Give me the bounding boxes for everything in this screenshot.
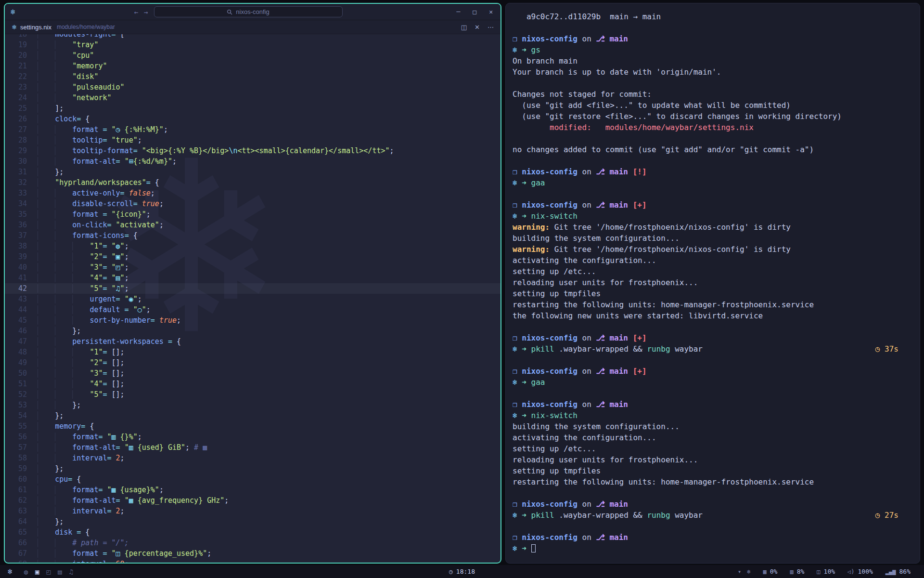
line-number: 57 (5, 442, 35, 453)
code-line: 25 ]; (5, 103, 500, 114)
line-number: 36 (5, 220, 35, 230)
terminal-line: ❐ nixos-config on ⎇ main [+] (513, 199, 910, 210)
close-button[interactable]: ✕ (489, 8, 493, 15)
terminal-cursor (531, 544, 536, 552)
terminal-line: reloading user units for frostphoenix... (513, 454, 910, 465)
terminal-line: On branch main (513, 55, 910, 66)
line-number: 55 (5, 421, 35, 432)
code-line: 52 "5"= []; (5, 389, 500, 400)
terminal-line: setting up /etc... (513, 266, 910, 277)
code-line: 35 format = "{icon}"; (5, 209, 500, 220)
code-line: 64 }; (5, 516, 500, 527)
code-line: 49 "2"= []; (5, 357, 500, 368)
workspace-4[interactable]: ▤ (58, 568, 62, 576)
code-line: 36 on-click= "activate"; (5, 220, 500, 230)
volume-module[interactable]: ◁)100% (847, 568, 873, 575)
minimize-button[interactable]: ─ (457, 8, 461, 15)
code-line: 53 }; (5, 400, 500, 410)
terminal-line: activating the configuration... (513, 432, 910, 443)
workspaces: ◍▣◰▤♫ (24, 568, 73, 576)
cpu-module[interactable]: ▦0% (763, 568, 778, 575)
terminal-line (513, 388, 910, 399)
memory-module[interactable]: ▥8% (790, 568, 804, 575)
terminal-window[interactable]: a9c0c72..d11029b main → main❐ nixos-conf… (505, 3, 920, 564)
editor-titlebar: ❄ ← → nixos-config ─ □ ✕ (5, 4, 500, 20)
line-number: 30 (5, 156, 35, 167)
tab-filename: settings.nix (20, 24, 51, 31)
cpu-value: 0% (770, 568, 778, 575)
terminal-line (513, 22, 910, 33)
window-controls: ─ □ ✕ (457, 8, 500, 15)
bar-modules: ▦0%▥8%◫10%◁)100%▂▄▆86% (763, 568, 911, 575)
volume-value: 100% (858, 568, 873, 575)
clock-time: 18:18 (456, 568, 475, 575)
line-number: 25 (5, 103, 35, 114)
terminal-line: ❄ ➜ gaa (513, 177, 910, 188)
terminal-line (513, 321, 910, 332)
code-line: 43 urgent= "◉"; (5, 294, 500, 304)
code-line: 65 disk = { (5, 527, 500, 538)
back-button[interactable]: ← (134, 8, 138, 16)
workspace-3[interactable]: ◰ (47, 568, 51, 576)
command-center[interactable]: nixos-config (154, 6, 343, 17)
code-line: 44 default = "○"; (5, 304, 500, 315)
code-line: 46 }; (5, 326, 500, 336)
terminal-line: setting up tmpfiles (513, 288, 910, 299)
workspace-1[interactable]: ◍ (24, 568, 28, 576)
line-number: 62 (5, 495, 35, 506)
code-line: 50 "3"= []; (5, 368, 500, 379)
workspace-5[interactable]: ♫ (69, 568, 73, 576)
tray-expand-icon[interactable]: ▾ (738, 568, 741, 575)
code-line: 68 interval= 60; (5, 559, 500, 563)
line-number: 56 (5, 432, 35, 442)
disk-module[interactable]: ◫10% (817, 568, 835, 575)
line-number: 58 (5, 453, 35, 463)
code-area[interactable]: ❄ 18 modules-right= [19 "tray"20 "cpu"21… (5, 34, 500, 563)
code-lines: 18 modules-right= [19 "tray"20 "cpu"21 "… (5, 34, 500, 563)
line-number: 21 (5, 61, 35, 71)
code-line: 30 format-alt= "⊞{:%d/%m}"; (5, 156, 500, 167)
workspace-2[interactable]: ▣ (35, 568, 39, 576)
terminal-line: setting up /etc... (513, 443, 910, 454)
terminal-lines: a9c0c72..d11029b main → main❐ nixos-conf… (513, 11, 910, 554)
disk-icon: ◫ (817, 568, 820, 575)
code-line: 24 "network" (5, 92, 500, 103)
line-number: 39 (5, 251, 35, 262)
code-line: 34 disable-scroll= true; (5, 198, 500, 209)
close-editor-icon[interactable]: ✕ (475, 24, 480, 31)
code-line: 32 "hyprland/workspaces"= { (5, 177, 500, 188)
line-number: 66 (5, 538, 35, 548)
code-line: 26 clock= { (5, 114, 500, 124)
line-number: 43 (5, 294, 35, 304)
more-actions-icon[interactable]: ⋯ (488, 24, 494, 31)
memory-value: 8% (797, 568, 805, 575)
code-line: 60 cpu= { (5, 474, 500, 485)
line-number: 28 (5, 135, 35, 145)
network-module[interactable]: ▂▄▆86% (886, 568, 911, 575)
line-number: 45 (5, 315, 35, 326)
line-number: 41 (5, 273, 35, 283)
terminal-line: Your branch is up to date with 'origin/m… (513, 66, 910, 78)
terminal-line: ❄ ➜ nix-switch (513, 410, 910, 421)
tab-bar: ❄ settings.nix modules/home/waybar ◫ ✕ ⋯ (5, 20, 500, 34)
line-number: 67 (5, 548, 35, 559)
terminal-line (513, 188, 910, 199)
tray-app-icon[interactable]: ❄ (747, 568, 750, 575)
forward-button[interactable]: → (144, 8, 148, 16)
maximize-button[interactable]: □ (473, 8, 476, 15)
terminal-line: the following new units were started: li… (513, 310, 910, 321)
split-editor-icon[interactable]: ◫ (461, 24, 467, 31)
tab-settings-nix[interactable]: ❄ settings.nix modules/home/waybar (5, 20, 122, 34)
clock-module[interactable]: ◷ 18:18 (449, 568, 475, 575)
terminal-line: (use "git add <file>..." to update what … (513, 100, 910, 111)
command-duration: ◷ 27s (875, 510, 898, 521)
terminal-line: ❐ nixos-config on ⎇ main [+] (513, 366, 910, 377)
code-line: 47 persistent-workspaces = { (5, 336, 500, 347)
line-number: 23 (5, 82, 35, 92)
code-line: 33 active-only= false; (5, 188, 500, 198)
terminal-line: ❐ nixos-config on ⎇ main (513, 33, 910, 44)
code-line: 45 sort-by-number= true; (5, 315, 500, 326)
line-number: 52 (5, 389, 35, 400)
terminal-line: activating the configuration... (513, 255, 910, 266)
nix-logo-icon[interactable]: ❄ (8, 567, 13, 576)
